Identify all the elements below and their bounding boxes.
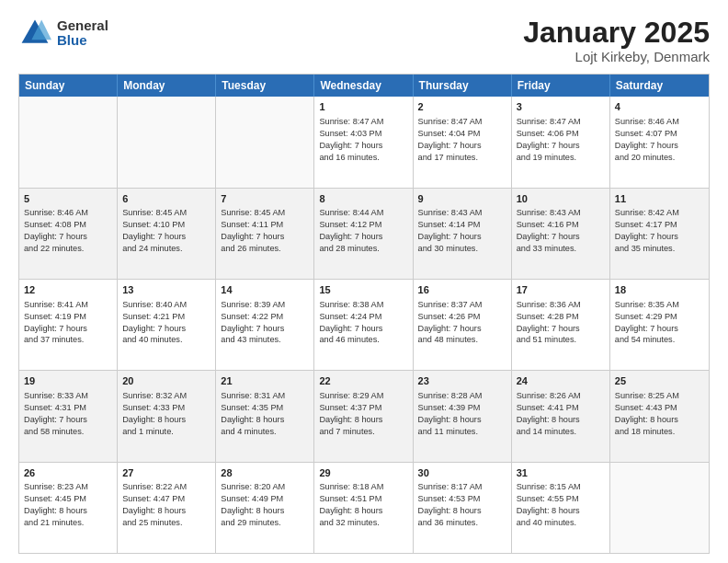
- cal-row-0: 1Sunrise: 8:47 AM Sunset: 4:03 PM Daylig…: [19, 97, 709, 187]
- day-number: 16: [418, 283, 506, 297]
- cell-content: Sunrise: 8:31 AM Sunset: 4:35 PM Dayligh…: [221, 390, 309, 438]
- logo-blue: Blue: [57, 33, 108, 49]
- day-number: 4: [615, 100, 704, 114]
- cal-cell: 27Sunrise: 8:22 AM Sunset: 4:47 PM Dayli…: [118, 463, 216, 553]
- cal-cell: 10Sunrise: 8:43 AM Sunset: 4:16 PM Dayli…: [512, 189, 610, 279]
- cal-cell: 3Sunrise: 8:47 AM Sunset: 4:06 PM Daylig…: [512, 97, 610, 187]
- cell-content: Sunrise: 8:38 AM Sunset: 4:24 PM Dayligh…: [319, 299, 407, 347]
- cell-content: Sunrise: 8:33 AM Sunset: 4:31 PM Dayligh…: [24, 390, 112, 438]
- cal-cell: 11Sunrise: 8:42 AM Sunset: 4:17 PM Dayli…: [610, 189, 709, 279]
- day-number: 29: [319, 466, 407, 480]
- day-number: 13: [122, 283, 210, 297]
- cell-content: Sunrise: 8:47 AM Sunset: 4:06 PM Dayligh…: [517, 116, 605, 164]
- logo-general: General: [57, 18, 108, 34]
- day-number: 26: [24, 466, 112, 480]
- cal-cell: [118, 97, 216, 187]
- cal-cell: 22Sunrise: 8:29 AM Sunset: 4:37 PM Dayli…: [314, 371, 413, 461]
- day-number: 10: [517, 192, 605, 206]
- day-number: 1: [319, 100, 407, 114]
- cell-content: Sunrise: 8:41 AM Sunset: 4:19 PM Dayligh…: [24, 299, 112, 347]
- cal-cell: [216, 97, 314, 187]
- cal-header-saturday: Saturday: [610, 75, 709, 97]
- subtitle: Lojt Kirkeby, Denmark: [523, 49, 710, 64]
- cal-cell: 26Sunrise: 8:23 AM Sunset: 4:45 PM Dayli…: [19, 463, 118, 553]
- cell-content: Sunrise: 8:26 AM Sunset: 4:41 PM Dayligh…: [517, 390, 605, 438]
- cal-row-2: 12Sunrise: 8:41 AM Sunset: 4:19 PM Dayli…: [19, 279, 709, 370]
- cal-cell: 13Sunrise: 8:40 AM Sunset: 4:21 PM Dayli…: [118, 280, 216, 370]
- cell-content: Sunrise: 8:47 AM Sunset: 4:03 PM Dayligh…: [319, 116, 407, 164]
- cal-cell: 9Sunrise: 8:43 AM Sunset: 4:14 PM Daylig…: [414, 189, 512, 279]
- cal-cell: 23Sunrise: 8:28 AM Sunset: 4:39 PM Dayli…: [414, 371, 512, 461]
- cell-content: Sunrise: 8:23 AM Sunset: 4:45 PM Dayligh…: [24, 481, 112, 529]
- day-number: 9: [418, 192, 506, 206]
- cell-content: Sunrise: 8:46 AM Sunset: 4:07 PM Dayligh…: [615, 116, 704, 164]
- cell-content: Sunrise: 8:22 AM Sunset: 4:47 PM Dayligh…: [122, 481, 210, 529]
- cell-content: Sunrise: 8:45 AM Sunset: 4:10 PM Dayligh…: [122, 207, 210, 255]
- cal-cell: 16Sunrise: 8:37 AM Sunset: 4:26 PM Dayli…: [414, 280, 512, 370]
- logo-icon: [18, 17, 51, 50]
- calendar-body: 1Sunrise: 8:47 AM Sunset: 4:03 PM Daylig…: [19, 97, 709, 553]
- cal-cell: 29Sunrise: 8:18 AM Sunset: 4:51 PM Dayli…: [314, 463, 413, 553]
- cal-header-thursday: Thursday: [414, 75, 512, 97]
- cal-header-wednesday: Wednesday: [314, 75, 413, 97]
- cell-content: Sunrise: 8:37 AM Sunset: 4:26 PM Dayligh…: [418, 299, 506, 347]
- day-number: 21: [221, 374, 309, 388]
- cal-row-3: 19Sunrise: 8:33 AM Sunset: 4:31 PM Dayli…: [19, 370, 709, 461]
- day-number: 23: [418, 374, 506, 388]
- cell-content: Sunrise: 8:15 AM Sunset: 4:55 PM Dayligh…: [517, 481, 605, 529]
- cal-cell: 6Sunrise: 8:45 AM Sunset: 4:10 PM Daylig…: [118, 189, 216, 279]
- cell-content: Sunrise: 8:36 AM Sunset: 4:28 PM Dayligh…: [517, 299, 605, 347]
- day-number: 28: [221, 466, 309, 480]
- calendar-header: SundayMondayTuesdayWednesdayThursdayFrid…: [19, 75, 709, 97]
- day-number: 11: [615, 192, 704, 206]
- day-number: 22: [319, 374, 407, 388]
- cell-content: Sunrise: 8:45 AM Sunset: 4:11 PM Dayligh…: [221, 207, 309, 255]
- cal-cell: 25Sunrise: 8:25 AM Sunset: 4:43 PM Dayli…: [610, 371, 709, 461]
- cal-cell: 18Sunrise: 8:35 AM Sunset: 4:29 PM Dayli…: [610, 280, 709, 370]
- day-number: 6: [122, 192, 210, 206]
- cal-cell: 4Sunrise: 8:46 AM Sunset: 4:07 PM Daylig…: [610, 97, 709, 187]
- cell-content: Sunrise: 8:44 AM Sunset: 4:12 PM Dayligh…: [319, 207, 407, 255]
- cell-content: Sunrise: 8:39 AM Sunset: 4:22 PM Dayligh…: [221, 299, 309, 347]
- day-number: 19: [24, 374, 112, 388]
- cal-cell: [19, 97, 118, 187]
- cell-content: Sunrise: 8:43 AM Sunset: 4:16 PM Dayligh…: [517, 207, 605, 255]
- cal-cell: 5Sunrise: 8:46 AM Sunset: 4:08 PM Daylig…: [19, 189, 118, 279]
- cell-content: Sunrise: 8:35 AM Sunset: 4:29 PM Dayligh…: [615, 299, 704, 347]
- cal-cell: [610, 463, 709, 553]
- cal-cell: 24Sunrise: 8:26 AM Sunset: 4:41 PM Dayli…: [512, 371, 610, 461]
- day-number: 31: [517, 466, 605, 480]
- day-number: 27: [122, 466, 210, 480]
- cal-cell: 20Sunrise: 8:32 AM Sunset: 4:33 PM Dayli…: [118, 371, 216, 461]
- cal-cell: 28Sunrise: 8:20 AM Sunset: 4:49 PM Dayli…: [216, 463, 314, 553]
- cal-cell: 12Sunrise: 8:41 AM Sunset: 4:19 PM Dayli…: [19, 280, 118, 370]
- cell-content: Sunrise: 8:32 AM Sunset: 4:33 PM Dayligh…: [122, 390, 210, 438]
- day-number: 7: [221, 192, 309, 206]
- cell-content: Sunrise: 8:17 AM Sunset: 4:53 PM Dayligh…: [418, 481, 506, 529]
- cal-row-1: 5Sunrise: 8:46 AM Sunset: 4:08 PM Daylig…: [19, 188, 709, 279]
- logo-text: General Blue: [57, 18, 108, 49]
- day-number: 5: [24, 192, 112, 206]
- cell-content: Sunrise: 8:29 AM Sunset: 4:37 PM Dayligh…: [319, 390, 407, 438]
- cell-content: Sunrise: 8:20 AM Sunset: 4:49 PM Dayligh…: [221, 481, 309, 529]
- cal-cell: 15Sunrise: 8:38 AM Sunset: 4:24 PM Dayli…: [314, 280, 413, 370]
- cal-cell: 19Sunrise: 8:33 AM Sunset: 4:31 PM Dayli…: [19, 371, 118, 461]
- day-number: 17: [517, 283, 605, 297]
- cal-cell: 17Sunrise: 8:36 AM Sunset: 4:28 PM Dayli…: [512, 280, 610, 370]
- cal-header-tuesday: Tuesday: [216, 75, 314, 97]
- cal-cell: 31Sunrise: 8:15 AM Sunset: 4:55 PM Dayli…: [512, 463, 610, 553]
- cell-content: Sunrise: 8:42 AM Sunset: 4:17 PM Dayligh…: [615, 207, 704, 255]
- cal-header-monday: Monday: [118, 75, 216, 97]
- cal-cell: 21Sunrise: 8:31 AM Sunset: 4:35 PM Dayli…: [216, 371, 314, 461]
- cal-cell: 30Sunrise: 8:17 AM Sunset: 4:53 PM Dayli…: [414, 463, 512, 553]
- cal-cell: 7Sunrise: 8:45 AM Sunset: 4:11 PM Daylig…: [216, 189, 314, 279]
- cal-header-friday: Friday: [512, 75, 610, 97]
- day-number: 8: [319, 192, 407, 206]
- header: General Blue January 2025 Lojt Kirkeby, …: [18, 17, 710, 64]
- cal-row-4: 26Sunrise: 8:23 AM Sunset: 4:45 PM Dayli…: [19, 462, 709, 553]
- calendar: SundayMondayTuesdayWednesdayThursdayFrid…: [18, 74, 710, 554]
- cal-cell: 1Sunrise: 8:47 AM Sunset: 4:03 PM Daylig…: [314, 97, 413, 187]
- day-number: 15: [319, 283, 407, 297]
- cell-content: Sunrise: 8:40 AM Sunset: 4:21 PM Dayligh…: [122, 299, 210, 347]
- day-number: 18: [615, 283, 704, 297]
